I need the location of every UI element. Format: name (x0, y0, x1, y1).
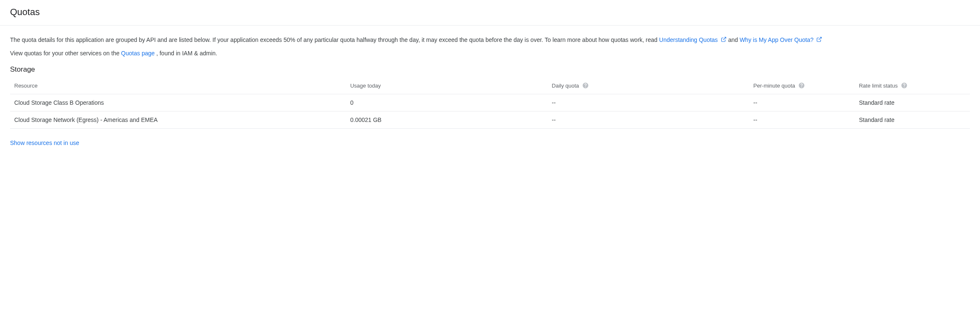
cell-daily: -- (548, 111, 749, 129)
understanding-quotas-label: Understanding Quotas (659, 36, 718, 43)
quotas-page-label: Quotas page (121, 50, 155, 57)
table-row: Cloud Storage Class B Operations 0 -- --… (10, 94, 970, 111)
cell-rate: Standard rate (855, 94, 970, 111)
external-link-icon (721, 36, 727, 42)
cell-daily: -- (548, 94, 749, 111)
header-daily-label: Daily quota (552, 83, 579, 89)
cell-resource: Cloud Storage Class B Operations (10, 94, 346, 111)
external-link-icon (816, 36, 822, 42)
page-header: Quotas (0, 0, 980, 26)
description2-part1: View quotas for your other services on t… (10, 50, 121, 57)
header-minute: Per-minute quota (749, 77, 855, 94)
description2-text: View quotas for your other services on t… (10, 49, 970, 58)
header-rate: Rate limit status (855, 77, 970, 94)
help-icon[interactable] (798, 82, 805, 89)
cell-usage: 0.00021 GB (346, 111, 547, 129)
help-icon[interactable] (582, 82, 589, 89)
over-quota-label: Why is My App Over Quota? (740, 36, 814, 43)
understanding-quotas-link[interactable]: Understanding Quotas (659, 36, 728, 43)
description-part1: The quota details for this application a… (10, 36, 659, 43)
header-usage: Usage today (346, 77, 547, 94)
table-header-row: Resource Usage today Daily quota Per-min… (10, 77, 970, 94)
show-resources-link[interactable]: Show resources not in use (10, 140, 79, 146)
svg-line-0 (723, 37, 726, 40)
cell-resource: Cloud Storage Network (Egress) - America… (10, 111, 346, 129)
quota-table: Resource Usage today Daily quota Per-min… (10, 77, 970, 129)
table-body: Cloud Storage Class B Operations 0 -- --… (10, 94, 970, 129)
header-daily: Daily quota (548, 77, 749, 94)
header-minute-label: Per-minute quota (753, 83, 795, 89)
cell-minute: -- (749, 94, 855, 111)
header-rate-label: Rate limit status (859, 83, 897, 89)
quotas-page-link[interactable]: Quotas page (121, 50, 156, 57)
section-title-storage: Storage (10, 65, 970, 74)
page-title: Quotas (10, 7, 970, 18)
table-row: Cloud Storage Network (Egress) - America… (10, 111, 970, 129)
cell-usage: 0 (346, 94, 547, 111)
over-quota-link[interactable]: Why is My App Over Quota? (740, 36, 823, 43)
help-icon[interactable] (901, 82, 908, 89)
description2-part2: , found in IAM & admin. (156, 50, 217, 57)
description-text: The quota details for this application a… (10, 36, 970, 45)
cell-minute: -- (749, 111, 855, 129)
content-area: The quota details for this application a… (0, 26, 980, 156)
cell-rate: Standard rate (855, 111, 970, 129)
description-part2: and (728, 36, 740, 43)
svg-line-1 (819, 37, 821, 40)
header-resource: Resource (10, 77, 346, 94)
